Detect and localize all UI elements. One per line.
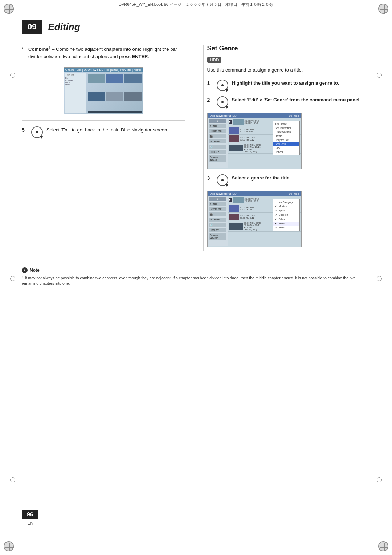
menu-item-cancel: Cancel xyxy=(273,150,299,154)
genre-sidebar-hdd-icon: 💿 xyxy=(209,223,226,227)
nav-context-menu: Title name Set Thumbnail Erase Section D… xyxy=(273,121,300,155)
step2-icon xyxy=(217,96,228,108)
sidebar-item-hdd: HDD SP xyxy=(209,150,226,154)
nav-thumb-3 xyxy=(229,135,239,142)
step3-text-bold: Select a genre for the title. xyxy=(232,175,291,181)
genre-thumb-1 xyxy=(233,197,244,203)
section-description: Use this command to assign a genre to a … xyxy=(207,66,371,74)
step1-arrow xyxy=(225,89,228,92)
step3: 3 Select a genre for the title. xyxy=(207,174,371,186)
step3-text: Select a genre for the title. xyxy=(232,174,291,182)
note-icon: i xyxy=(22,267,28,273)
top-bar-text: DVR645H_WY_EN.book 96 ページ ２００６年７月５日 水曜日 … xyxy=(119,2,273,7)
margin-mark-right-top xyxy=(377,73,382,78)
step2: 2 Select 'Edit' > 'Set Genre' from the c… xyxy=(207,96,371,108)
genre-sport: ✓Sport xyxy=(273,208,299,213)
combine-text2: . xyxy=(148,54,150,59)
genre-sidebar-icon: 🎬 xyxy=(209,212,226,216)
sidebar-icon-genres: 🎬 xyxy=(209,134,226,138)
nav-ss-header-1: Disc Navigator (HDD) 10Titles xyxy=(208,113,301,118)
genre-sidebar-titles: 4 Titles xyxy=(209,202,226,206)
left-column: Combine1 – Combine two adjacent chapters… xyxy=(22,45,189,251)
combine-enter: ENTER xyxy=(132,54,148,59)
genre-sidebar-genres: All Genres xyxy=(209,218,226,222)
genre-no-category: No Category xyxy=(273,200,299,204)
step5-number: 5 xyxy=(22,126,28,134)
page-number-box: 96 En xyxy=(22,510,38,526)
step1-text: Highlight the title you want to assign a… xyxy=(232,80,339,87)
hdd-badge-wrapper: HDD xyxy=(207,57,371,66)
corner-decoration-bl xyxy=(4,541,14,551)
step1-number: 1 xyxy=(207,80,213,87)
genre-sidebar-hdd: HDD SP xyxy=(209,228,226,232)
genre-sidebar-remain: Remain 310/30h xyxy=(209,233,226,240)
genre-movies: ✓Movies xyxy=(273,204,299,208)
ss-body: Title list EditChapterLockMove xyxy=(64,72,143,114)
ss-thumbnails xyxy=(88,74,142,110)
margin-mark-left-top xyxy=(10,73,15,78)
nav-header-right-1: 10Titles xyxy=(289,114,299,117)
combine-label: Combine xyxy=(28,46,49,52)
step2-arrow xyxy=(225,106,228,109)
corner-decoration-tr xyxy=(378,4,388,14)
right-column: Set Genre HDD Use this command to assign… xyxy=(203,45,371,251)
step1: 1 Highlight the title you want to assign… xyxy=(207,80,371,91)
top-bar: DVR645H_WY_EN.book 96 ページ ２００６年７月５日 水曜日 … xyxy=(15,0,377,9)
page-lang: En xyxy=(22,521,38,526)
corner-decoration-tl xyxy=(4,4,14,14)
chapter-screenshot: Chapter Edit | DVD+RW HDD Rec [at tab] P… xyxy=(64,67,143,114)
chapter-header: 09 Editing xyxy=(22,20,370,37)
nav-thumb-2 xyxy=(229,127,239,134)
nav-header-left-1: Disc Navigator (HDD) xyxy=(210,114,238,117)
genre-thumb-2 xyxy=(229,205,239,212)
hdd-badge: HDD xyxy=(207,57,222,63)
menu-item-set-genre: Set Genre xyxy=(273,142,299,146)
genre-children: ✓Children xyxy=(273,213,299,217)
menu-item-set-thumbnail: Set Thumbnail xyxy=(273,126,299,130)
sidebar-icon-hdd: 💿 xyxy=(209,145,226,149)
chapter-title: Editing xyxy=(48,21,80,33)
genre-screenshot: Disc Navigator (HDD) 10Titles ▶ 4 Titles… xyxy=(207,191,302,247)
step3-icon xyxy=(217,174,228,186)
step5-icon xyxy=(31,126,43,138)
genre-free1: ●Free1 xyxy=(273,222,299,226)
page-number: 96 xyxy=(22,510,38,519)
genre-menu-overlay: No Category ✓Movies ✓Sport ✓Children ✓Ot… xyxy=(273,199,300,231)
chapter-number: 09 xyxy=(22,20,42,34)
genre-other: ✓Other xyxy=(273,217,299,222)
set-genre-heading: Set Genre xyxy=(207,45,371,52)
note-label: Note xyxy=(30,268,40,273)
menu-item-divide: Divide xyxy=(273,134,299,138)
genre-ss-header: Disc Navigator (HDD) 10Titles xyxy=(208,191,301,196)
genre-free2: ✓Free2 xyxy=(273,226,299,230)
step2-text: Select 'Edit' > 'Set Genre' from the com… xyxy=(232,96,361,104)
menu-item-chapter-edit: Chapter Edit xyxy=(273,138,299,142)
note-section: i Note 1 It may not always be possible t… xyxy=(22,262,370,287)
sidebar-item-genres: All Genres xyxy=(209,139,226,143)
content-area: Combine1 – Combine two adjacent chapters… xyxy=(22,45,370,251)
sidebar-item-recent: Recent first xyxy=(209,129,226,133)
step5-arrow xyxy=(40,136,43,139)
sidebar-item-remain: Remain 310/30h xyxy=(209,155,226,162)
ss-left-panel: Title list EditChapterLockMove xyxy=(65,73,86,113)
genre-thumb-3 xyxy=(229,214,239,220)
margin-mark-right-mid xyxy=(377,276,382,281)
step5: 5 Select 'Exit' to get back to the main … xyxy=(22,126,185,138)
genre-sidebar-recent: Recent first xyxy=(209,207,226,211)
margin-mark-left-mid xyxy=(10,276,15,281)
menu-item-title-name: Title name xyxy=(273,122,299,126)
menu-item-lock: Lock xyxy=(273,146,299,150)
divider xyxy=(22,120,185,121)
margin-mark-left-bot xyxy=(10,477,15,482)
ss-bar xyxy=(88,111,142,113)
genre-thumb-bot xyxy=(229,223,243,230)
genre-header-right: 10Titles xyxy=(289,192,299,195)
nav-thumb-1 xyxy=(233,119,244,125)
menu-item-erase-section: Erase Section xyxy=(273,130,299,134)
combine-text1: – Combine two adjacent chapters into one… xyxy=(28,46,177,59)
step3-number: 3 xyxy=(207,174,213,182)
genre-sidebar-arrow: ▶ xyxy=(209,197,226,201)
step2-text-bold: Select 'Edit' > 'Set Genre' from the com… xyxy=(232,97,361,102)
bullet-section: Combine1 – Combine two adjacent chapters… xyxy=(22,45,185,60)
step2-number: 2 xyxy=(207,96,213,104)
